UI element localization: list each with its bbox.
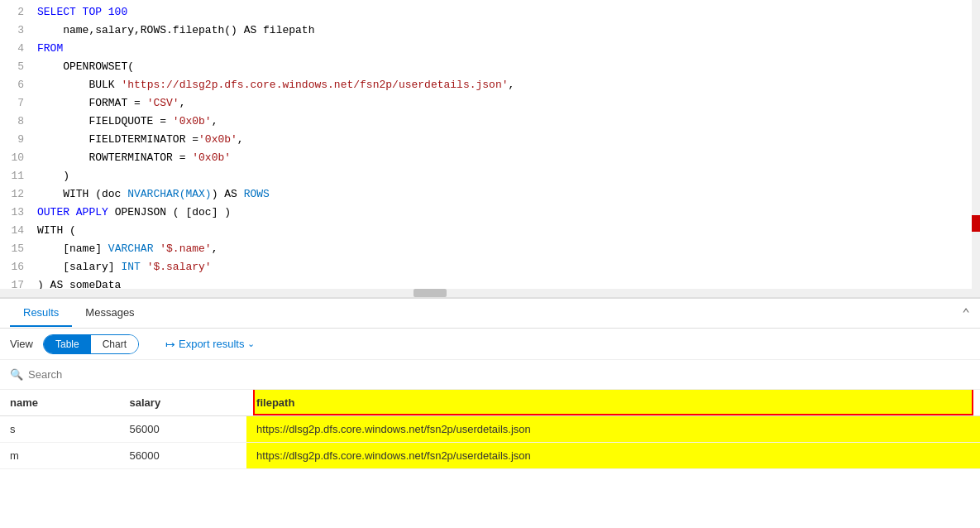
code-line: 13OUTER APPLY OPENJSON ( [doc] ) [0,204,980,222]
line-number: 5 [0,58,37,76]
code-line: 11 ) [0,167,980,185]
line-number: 8 [0,113,37,131]
cell-name: s [0,416,120,443]
hscrollbar-thumb[interactable] [414,289,447,297]
line-number: 14 [0,222,37,240]
line-content: FIELDTERMINATOR ='0x0b', [37,131,980,149]
results-table: name salary filepath s56000https://dlsg2… [0,390,980,469]
view-label: View [10,338,33,350]
export-arrow-icon: ↦ [165,338,175,351]
col-header-name: name [0,390,120,416]
line-content: SELECT TOP 100 [37,3,980,22]
cell-name: m [0,443,120,469]
line-content: [name] VARCHAR '$.name', [37,240,980,258]
code-line: 12 WITH (doc NVARCHAR(MAX)) AS ROWS [0,185,980,204]
line-content: name,salary,ROWS.filepath() AS filepath [37,22,980,40]
cell-filepath: https://dlsg2p.dfs.core.windows.net/fsn2… [246,416,980,443]
code-lines: 2SELECT TOP 1003 name,salary,ROWS.filepa… [0,0,980,298]
code-line: 10 ROWTERMINATOR = '0x0b' [0,149,980,167]
view-toggle-group: Table Chart [43,334,139,354]
line-content: WITH (doc NVARCHAR(MAX)) AS ROWS [37,185,980,204]
line-content: FIELDQUOTE = '0x0b', [37,113,980,131]
search-bar: 🔍 [0,360,980,390]
col-header-filepath: filepath [246,390,980,416]
tab-messages[interactable]: Messages [72,300,147,327]
export-button[interactable]: ↦ Export results ⌄ [159,334,261,354]
filepath-text: https://dlsg2p.dfs.core.windows.net/fsn2… [256,423,531,435]
code-line: 15 [name] VARCHAR '$.name', [0,240,980,258]
horizontal-scrollbar[interactable] [0,289,972,297]
code-line: 8 FIELDQUOTE = '0x0b', [0,113,980,131]
table-view-button[interactable]: Table [44,335,91,353]
line-content: BULK 'https://dlsg2p.dfs.core.windows.ne… [37,76,980,94]
code-line: 6 BULK 'https://dlsg2p.dfs.core.windows.… [0,76,980,94]
code-line: 7 FORMAT = 'CSV', [0,94,980,113]
line-content: FROM [37,40,980,58]
header-row: name salary filepath [0,390,980,416]
col-header-salary: salary [120,390,247,416]
export-label: Export results [179,338,244,350]
line-content: OPENROWSET( [37,58,980,76]
search-icon: 🔍 [10,368,23,381]
line-number: 9 [0,131,37,149]
line-number: 13 [0,204,37,222]
scrollbar-thumb[interactable] [972,215,980,232]
tab-results[interactable]: Results [10,300,72,327]
code-line: 14WITH ( [0,222,980,240]
cell-filepath: https://dlsg2p.dfs.core.windows.net/fsn2… [246,443,980,469]
line-number: 7 [0,94,37,113]
line-number: 4 [0,40,37,58]
line-number: 2 [0,3,37,22]
data-table-wrap: name salary filepath s56000https://dlsg2… [0,390,980,528]
export-dropdown-icon: ⌄ [247,338,255,349]
chart-view-button[interactable]: Chart [91,335,138,353]
line-number: 11 [0,167,37,185]
code-line: 3 name,salary,ROWS.filepath() AS filepat… [0,22,980,40]
code-line: 4FROM [0,40,980,58]
code-line: 16 [salary] INT '$.salary' [0,258,980,276]
vertical-scrollbar[interactable] [972,0,980,297]
cell-salary: 56000 [120,416,247,443]
line-number: 12 [0,185,37,204]
search-input[interactable] [28,368,970,381]
code-line: 2SELECT TOP 100 [0,3,980,22]
code-editor: 2SELECT TOP 1003 name,salary,ROWS.filepa… [0,0,980,298]
table-body: s56000https://dlsg2p.dfs.core.windows.ne… [0,416,980,469]
line-content: WITH ( [37,222,980,240]
line-number: 15 [0,240,37,258]
results-tabs: Results Messages ⌃ [0,299,980,329]
line-number: 6 [0,76,37,94]
filepath-text: https://dlsg2p.dfs.core.windows.net/fsn2… [256,449,531,462]
line-content: [salary] INT '$.salary' [37,258,980,276]
line-content: ROWTERMINATOR = '0x0b' [37,149,980,167]
line-number: 16 [0,258,37,276]
line-number: 3 [0,22,37,40]
filepath-header-text: filepath [256,396,294,409]
cell-salary: 56000 [120,443,247,469]
collapse-icon[interactable]: ⌃ [962,305,970,322]
line-content: ) [37,167,980,185]
view-bar: View Table Chart ↦ Export results ⌄ [0,329,980,360]
code-line: 5 OPENROWSET( [0,58,980,76]
table-header: name salary filepath [0,390,980,416]
line-content: OUTER APPLY OPENJSON ( [doc] ) [37,204,980,222]
table-row: m56000https://dlsg2p.dfs.core.windows.ne… [0,443,980,469]
results-panel: Results Messages ⌃ View Table Chart ↦ Ex… [0,298,980,528]
code-line: 9 FIELDTERMINATOR ='0x0b', [0,131,980,149]
line-content: FORMAT = 'CSV', [37,94,980,113]
table-row: s56000https://dlsg2p.dfs.core.windows.ne… [0,416,980,443]
line-number: 10 [0,149,37,167]
